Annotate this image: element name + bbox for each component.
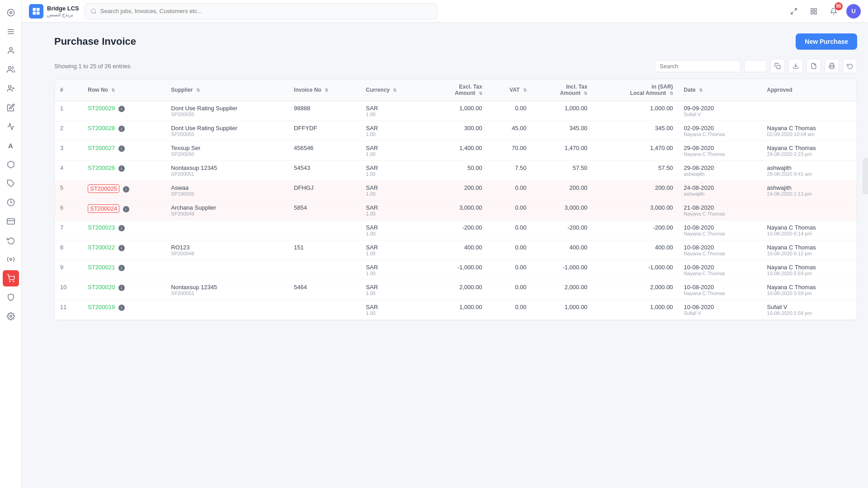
table-row[interactable]: 2 ST200028 i Dont Use Rating Supplier SP… [55,121,857,141]
cell-invoice-no [288,260,360,280]
svg-point-5 [9,47,12,50]
info-dot[interactable]: i [118,106,125,112]
cell-num: 5 [55,181,82,201]
refresh-icon-btn[interactable] [843,59,857,73]
sidebar-item-card[interactable] [3,213,19,230]
search-input[interactable] [100,4,431,19]
col-invoice-no[interactable]: Invoice No ⇅ [288,79,360,101]
sidebar-item-menu[interactable] [3,23,19,40]
info-dot[interactable]: i [118,126,125,132]
col-vat[interactable]: VAT ⇅ [488,79,532,101]
copy-icon-btn[interactable] [770,59,785,73]
table-row[interactable]: 4 ST200026 i Nontaxsup 12345 SP200051 54… [55,161,857,181]
row-link[interactable]: ST200029 [88,105,115,112]
table-search-input[interactable] [655,60,741,72]
row-link[interactable]: ST200025 [90,185,117,192]
row-link[interactable]: ST200027 [88,145,115,151]
sidebar-item-clock[interactable] [3,194,19,211]
row-link[interactable]: ST200028 [88,125,115,131]
table-row[interactable]: 10 ST200020 i Nontaxsup 12345 SP200051 5… [55,280,857,300]
col-incl-tax[interactable]: Incl. TaxAmount ⇅ [532,79,593,101]
table-row[interactable]: 7 ST200023 i SAR 1.00 -200.00 0.00 -200.… [55,221,857,240]
col-currency[interactable]: Currency ⇅ [360,79,427,101]
avatar[interactable]: U [846,4,861,19]
svg-rect-32 [830,66,834,69]
new-purchase-button[interactable]: New Purchase [796,33,857,50]
sidebar-item-contacts[interactable] [3,61,19,78]
notification-bell[interactable]: 86 [826,4,841,19]
row-link[interactable]: ST200019 [88,304,115,310]
row-link[interactable]: ST200023 [88,224,115,231]
download-icon-btn[interactable] [807,59,821,73]
col-supplier[interactable]: Supplier ⇅ [165,79,288,101]
cell-date: 10-08-2020 Nayana C Thomas [679,240,762,260]
cell-approved [762,101,857,121]
scroll-handle[interactable] [863,158,868,194]
global-search[interactable] [85,3,437,19]
row-link[interactable]: ST200022 [88,244,115,251]
sidebar-item-edit[interactable] [3,99,19,116]
sidebar-item-analytics[interactable] [3,118,19,135]
cell-num: 6 [55,201,82,221]
cell-approved: Nayana C Thomas 29-08-2020 2:23 pm [762,141,857,161]
info-dot[interactable]: i [118,305,125,311]
sidebar-item-text[interactable]: A [3,137,19,154]
row-link[interactable]: ST200026 [88,164,115,171]
sidebar-item-user[interactable] [3,42,19,59]
cell-row-no: ST200022 i [82,240,165,260]
cell-date: 10-08-2020 Nayana C Thomas [679,221,762,240]
col-excl-tax[interactable]: Excl. TaxAmount ⇅ [427,79,488,101]
sidebar-item-packages[interactable] [3,156,19,173]
cell-approved: Nayana C Thomas 10-08-2020 6:14 pm [762,221,857,240]
table-row[interactable]: 9 ST200021 i SAR 1.00 -1,000.00 0.00 -1,… [55,260,857,280]
col-date[interactable]: Date ⇅ [679,79,762,101]
info-dot[interactable]: i [123,186,129,192]
sidebar-item-shield[interactable] [3,289,19,305]
row-link[interactable]: ST200024 [90,205,117,212]
export-icon-btn[interactable] [788,59,803,73]
cell-vat: 7.50 [488,161,532,181]
info-dot[interactable]: i [118,265,125,271]
info-dot[interactable]: i [118,165,125,172]
cell-date: 10-08-2020 Nayana C Thomas [679,280,762,300]
table-row[interactable]: 6 ST200024 i Archana Supplier SP200049 5… [55,201,857,221]
sidebar-item-dashboard[interactable] [3,5,19,21]
cell-supplier: Texsup Ser SP200050 [165,141,288,161]
col-row-no[interactable]: Row No ⇅ [82,79,165,101]
cell-invoice-no [288,300,360,320]
info-dot[interactable]: i [118,245,125,251]
svg-rect-18 [33,8,36,11]
table-row[interactable]: 8 ST200022 i RO123 SP200048 151 SAR 1.00… [55,240,857,260]
col-local-amount[interactable]: in (SAR)Local Amount ⇅ [593,79,678,101]
row-link[interactable]: ST200021 [88,264,115,271]
cell-supplier: Nontaxsup 12345 SP200051 [165,161,288,181]
sidebar-item-add-user[interactable] [3,80,19,97]
info-dot[interactable]: i [118,285,125,291]
table-row[interactable]: 1 ST200029 i Dont Use Rating Supplier SP… [55,101,857,121]
per-page-input[interactable]: 25 [744,60,767,72]
entries-info: Showing 1 to 25 of 26 entries [54,63,130,70]
cell-num: 4 [55,161,82,181]
cell-num: 11 [55,300,82,320]
row-link[interactable]: ST200020 [88,284,115,291]
fullscreen-icon[interactable] [787,4,801,19]
sidebar-item-refresh[interactable] [3,232,19,249]
table-row[interactable]: 11 ST200019 i SAR 1.00 1,000.00 0.00 1,0… [55,300,857,320]
info-dot[interactable]: i [123,206,129,212]
print-icon-btn[interactable] [825,59,839,73]
grid-icon[interactable] [807,4,821,19]
cell-approved: Nayana C Thomas 10-08-2020 6:12 pm [762,240,857,260]
info-dot[interactable]: i [118,145,125,152]
info-dot[interactable]: i [118,225,125,231]
sidebar-item-tags[interactable] [3,175,19,192]
cell-supplier: Aswaa SP190005 [165,181,288,201]
sidebar-item-cart[interactable] [3,270,19,286]
cell-currency: SAR 1.00 [360,161,427,181]
table-row[interactable]: 5 ST200025 i Aswaa SP190005 DFHGJ SAR 1.… [55,181,857,201]
cell-local-amount: 1,000.00 [593,300,678,320]
cell-supplier [165,221,288,240]
table-row[interactable]: 3 ST200027 i Texsup Ser SP200050 456546 … [55,141,857,161]
cell-row-no: ST200020 i [82,280,165,300]
sidebar-item-plugin[interactable] [3,251,19,267]
sidebar-item-settings[interactable] [3,308,19,324]
